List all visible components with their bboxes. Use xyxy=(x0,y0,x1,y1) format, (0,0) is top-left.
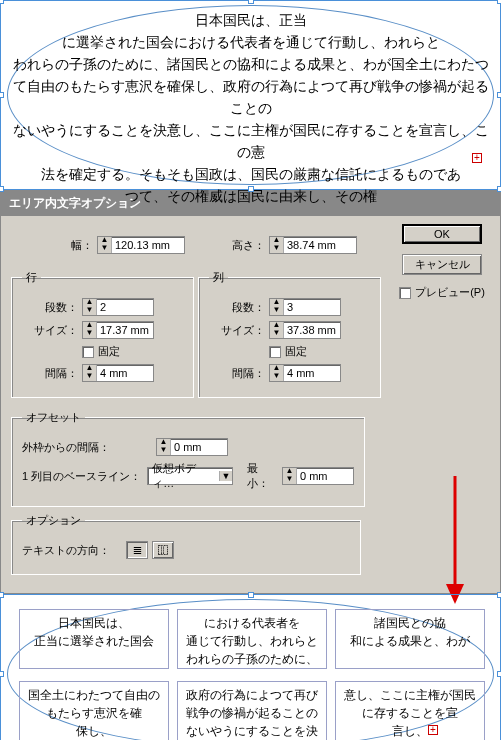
handle[interactable] xyxy=(497,592,501,598)
cell-r1c1[interactable]: 日本国民は、 正当に選挙された国会 xyxy=(19,609,169,669)
rows-gutter-input[interactable] xyxy=(97,367,153,379)
handle[interactable] xyxy=(497,671,501,677)
flow-horizontal-button[interactable]: 𝌆 xyxy=(126,541,148,559)
cols-gutter-stepper[interactable]: ▲▼ xyxy=(269,364,341,382)
overflow-indicator-icon[interactable] xyxy=(472,153,482,163)
rows-count-label: 段数： xyxy=(22,300,78,315)
overflow-indicator-icon[interactable] xyxy=(428,725,438,735)
rows-count-stepper[interactable]: ▲▼ xyxy=(82,298,154,316)
cols-fixed-checkbox[interactable]: 固定 xyxy=(269,344,307,359)
offset-group: オフセット 外枠からの間隔： ▲▼ 1 列目のベースライン： 仮想ボディ… ▼ … xyxy=(11,410,365,507)
bottom-text-frame[interactable]: 日本国民は、 正当に選挙された国会 における代表者を 通じて行動し、われらと わ… xyxy=(0,594,501,740)
cols-size-input[interactable] xyxy=(284,324,340,336)
offset-legend: オフセット xyxy=(22,410,85,425)
height-input[interactable] xyxy=(284,239,356,251)
min-stepper[interactable]: ▲▼ xyxy=(282,467,354,485)
step-down-icon[interactable]: ▼ xyxy=(98,245,112,253)
handle[interactable] xyxy=(0,592,4,598)
cell-r1c2[interactable]: における代表者を 通じて行動し、われらと われらの子孫のために、 xyxy=(177,609,327,669)
handle[interactable] xyxy=(0,671,4,677)
cols-size-stepper[interactable]: ▲▼ xyxy=(269,321,341,339)
rows-size-label: サイズ： xyxy=(22,323,78,338)
baseline-select[interactable]: 仮想ボディ… ▼ xyxy=(147,467,233,485)
cols-gutter-label: 間隔： xyxy=(209,366,265,381)
handle[interactable] xyxy=(248,0,254,4)
cols-legend: 列 xyxy=(209,270,228,285)
cell-r2c1[interactable]: 国全土にわたつて自由の もたらす恵沢を確 保し、 xyxy=(19,681,169,740)
width-stepper[interactable]: ▲▼ xyxy=(97,236,185,254)
preview-checkbox[interactable]: プレビュー(P) xyxy=(399,285,485,300)
handle[interactable] xyxy=(497,0,501,4)
min-input[interactable] xyxy=(297,470,353,482)
cell-r1c3[interactable]: 諸国民との協 和による成果と、わが xyxy=(335,609,485,669)
rows-legend: 行 xyxy=(22,270,41,285)
handle[interactable] xyxy=(248,186,254,192)
cols-count-label: 段数： xyxy=(209,300,265,315)
preview-label: プレビュー(P) xyxy=(415,285,485,300)
width-label: 幅： xyxy=(37,238,93,253)
cols-gutter-input[interactable] xyxy=(284,367,340,379)
cols-group: 列 段数： ▲▼ サイズ： ▲▼ 固定 間隔： ▲▼ xyxy=(198,270,381,398)
handle[interactable] xyxy=(0,0,4,4)
rows-fixed-checkbox[interactable]: 固定 xyxy=(82,344,120,359)
options-legend: オプション xyxy=(22,513,85,528)
top-text[interactable]: 日本国民は、正当 に選挙された国会における代表者を通じて行動し、われらと われら… xyxy=(1,9,500,207)
rows-count-input[interactable] xyxy=(97,301,153,313)
cancel-button[interactable]: キャンセル xyxy=(402,254,482,275)
inset-stepper[interactable]: ▲▼ xyxy=(156,438,228,456)
rows-gutter-label: 間隔： xyxy=(22,366,78,381)
handle[interactable] xyxy=(0,186,4,192)
rows-group: 行 段数： ▲▼ サイズ： ▲▼ 固定 間隔： ▲▼ xyxy=(11,270,194,398)
top-text-frame[interactable]: 日本国民は、正当 に選挙された国会における代表者を通じて行動し、われらと われら… xyxy=(0,0,501,190)
cols-size-label: サイズ： xyxy=(209,323,265,338)
rows-size-input[interactable] xyxy=(97,324,153,336)
inset-label: 外枠からの間隔： xyxy=(22,440,152,455)
handle[interactable] xyxy=(497,186,501,192)
min-label: 最小： xyxy=(247,461,278,491)
rows-size-stepper[interactable]: ▲▼ xyxy=(82,321,154,339)
red-arrow-icon xyxy=(440,476,470,606)
width-input[interactable] xyxy=(112,239,184,251)
step-down-icon[interactable]: ▼ xyxy=(270,245,284,253)
dropdown-arrow-icon[interactable]: ▼ xyxy=(219,471,232,481)
cols-count-input[interactable] xyxy=(284,301,340,313)
height-label: 高さ： xyxy=(209,238,265,253)
options-group: オプション テキストの方向： 𝌆 ⿲ xyxy=(11,513,361,575)
height-stepper[interactable]: ▲▼ xyxy=(269,236,357,254)
handle[interactable] xyxy=(248,592,254,598)
inset-input[interactable] xyxy=(171,441,227,453)
ok-button[interactable]: OK xyxy=(402,224,482,244)
rows-gutter-stepper[interactable]: ▲▼ xyxy=(82,364,154,382)
cols-count-stepper[interactable]: ▲▼ xyxy=(269,298,341,316)
checkbox-icon xyxy=(399,287,411,299)
cell-r2c3[interactable]: 意し、ここに主権が国民 に存することを宣 言し、 xyxy=(335,681,485,740)
handle[interactable] xyxy=(497,92,501,98)
area-type-options-dialog: エリア内文字オプション OK キャンセル プレビュー(P) 幅： ▲▼ 高さ： … xyxy=(0,190,501,594)
baseline-label: 1 列目のベースライン： xyxy=(22,469,143,484)
handle[interactable] xyxy=(0,92,4,98)
flow-label: テキストの方向： xyxy=(22,543,122,558)
flow-vertical-button[interactable]: ⿲ xyxy=(152,541,174,559)
cell-r2c2[interactable]: 政府の行為によつて再び 戦争の惨禍が起ることの ないやうにすることを決 xyxy=(177,681,327,740)
